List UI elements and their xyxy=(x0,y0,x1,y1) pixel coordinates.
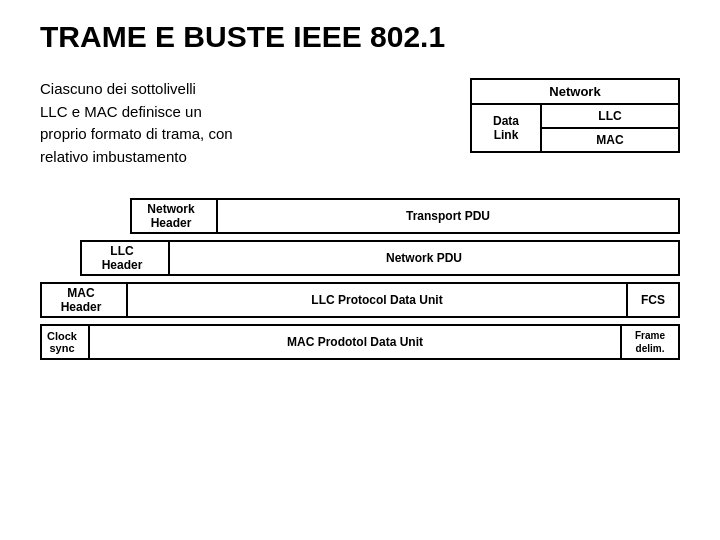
row-mac-header: MACHeader LLC Protocol Data Unit FCS xyxy=(40,282,680,318)
network-label: Network xyxy=(472,80,678,105)
network-diagram: Network DataLink LLC MAC xyxy=(470,78,680,153)
llc-protocol-data-unit: LLC Protocol Data Unit xyxy=(128,282,628,318)
network-pdu: Network PDU xyxy=(170,240,680,276)
page: TRAME E BUSTE IEEE 802.1 Ciascuno dei so… xyxy=(0,0,720,540)
description-line1: Ciascuno dei sottolivelli xyxy=(40,80,196,97)
row-network-header: NetworkHeader Transport PDU xyxy=(130,198,680,234)
network-bottom: DataLink LLC MAC xyxy=(472,105,678,151)
fcs-label: FCS xyxy=(628,282,680,318)
top-section: Ciascuno dei sottolivelli LLC e MAC defi… xyxy=(40,78,680,168)
page-title: TRAME E BUSTE IEEE 802.1 xyxy=(40,20,680,54)
description-line4: relativo imbustamento xyxy=(40,148,187,165)
mac-header-label: MACHeader xyxy=(40,282,128,318)
row-clock-sync: Clocksync MAC Prodotol Data Unit Framede… xyxy=(40,324,680,360)
llc-label: LLC xyxy=(542,105,678,129)
mac-label: MAC xyxy=(542,129,678,151)
pdu-section: NetworkHeader Transport PDU LLCHeader Ne… xyxy=(40,198,680,360)
network-header-label: NetworkHeader xyxy=(130,198,218,234)
data-link-label: DataLink xyxy=(472,105,542,151)
frame-delim-label: Framedelim. xyxy=(622,324,680,360)
mac-prodotol-data-unit: MAC Prodotol Data Unit xyxy=(90,324,622,360)
llc-header-label: LLCHeader xyxy=(80,240,170,276)
clock-sync-label: Clocksync xyxy=(40,324,90,360)
description-line3: proprio formato di trama, con xyxy=(40,125,233,142)
description: Ciascuno dei sottolivelli LLC e MAC defi… xyxy=(40,78,440,168)
description-line2: LLC e MAC definisce un xyxy=(40,103,202,120)
row-llc-header: LLCHeader Network PDU xyxy=(80,240,680,276)
network-right: LLC MAC xyxy=(542,105,678,151)
transport-pdu: Transport PDU xyxy=(218,198,680,234)
